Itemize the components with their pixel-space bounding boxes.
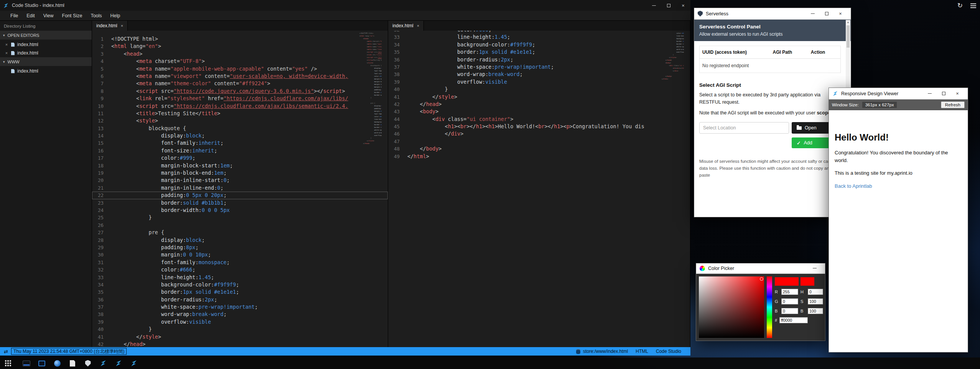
close-button[interactable]: × [950,89,964,98]
table-column-header: AGI Path [770,46,808,59]
terminal-icon[interactable] [21,358,31,368]
sidebar-section-www[interactable]: ▾WWW [0,57,92,66]
tab-index-html[interactable]: index.html × [92,21,128,31]
refresh-icon[interactable]: ↻ [957,2,963,9]
line-number: 30 [92,251,109,258]
line-number: 27 [92,229,109,236]
table-column-header: Action [808,46,841,59]
line-number: 2 [92,43,109,50]
code-line: 45 <h1><br></h1><h1>Hello World!<br></h1… [388,123,690,130]
close-icon[interactable]: × [5,42,8,47]
saturation-value-area[interactable] [699,276,764,338]
code-line: 1<!DOCTYPE html> [92,35,388,43]
line-number: 10 [92,103,109,110]
page-paragraph: This is a testing site for my.aprint.io [835,169,962,177]
browser-icon[interactable] [52,358,62,368]
code-line: 32 color:#666; [388,31,690,33]
window-title: Color Picker [708,266,734,271]
status-bar: ⇄ Thu May 11 2023 21:54:48 GMT+0800 (台北標… [0,347,690,356]
sidebar-file-item[interactable]: ×index.html [0,49,92,57]
minimize-button[interactable] [647,0,661,11]
menu-icon[interactable] [970,3,976,8]
line-number: 9 [92,95,109,102]
viewer-toolbar: Window Size: 361px x 627px Refresh [829,99,968,110]
line-number: 6 [92,73,109,80]
g-value-input[interactable] [781,298,798,304]
sidebar-section-open-editors[interactable]: ▾OPEN EDITORS [0,31,92,40]
warning-text: Misuse of serverless function might affe… [699,158,841,179]
sync-icon[interactable]: ⇄ [4,349,8,354]
tab-index-html[interactable]: index.html × [388,21,424,31]
code-studio-icon[interactable] [98,358,108,368]
code-editor[interactable]: 1<!DOCTYPE html>2<html lang="en">3 <head… [92,31,388,347]
code-line: 5 <meta name="apple-mobile-web-app-capab… [92,65,388,73]
code-line: 10 <script src="https://cdnjs.cloudflare… [92,103,388,110]
code-line: 21 margin-inline-end:0; [92,184,388,192]
code-studio-icon[interactable] [114,358,124,368]
hue-slider[interactable] [767,276,772,338]
security-app-icon[interactable] [83,358,93,368]
scroll-thumb[interactable] [847,25,850,48]
sidebar: Directory Listing ▾OPEN EDITORS×index.ht… [0,21,92,347]
menu-file[interactable]: File [6,13,22,18]
back-link[interactable]: Back to Aprintlab [835,183,872,189]
code-editor[interactable]: 32 color:#666;33 line-height:1.45;34 bac… [388,31,690,347]
close-button[interactable]: × [833,9,847,18]
maximize-button[interactable] [937,89,950,98]
location-input[interactable] [699,122,789,134]
menu-help[interactable]: Help [106,13,125,18]
s-value-input[interactable] [808,298,823,304]
maximize-button[interactable] [661,0,676,11]
menu-font-size[interactable]: Font Size [58,13,87,18]
code-line: 14 display:block; [92,132,388,139]
title-bar: Code Studio - index.html × [0,0,690,11]
hex-input[interactable] [779,317,808,323]
sidebar-file-item[interactable]: index.html [0,67,92,75]
code-line: 2<html lang="en"> [92,43,388,50]
line-number: 21 [92,184,109,192]
code-line: 16 font-size:inherit; [92,147,388,154]
code-studio-logo-icon [3,3,9,8]
scroll-up-icon[interactable]: ▲ [846,21,850,23]
language-mode[interactable]: HTML [636,349,648,354]
maximize-button[interactable] [820,9,833,18]
window-size-value[interactable]: 361px x 627px [862,102,897,108]
document-app-icon[interactable] [68,358,77,368]
minimize-button[interactable] [808,264,822,273]
b-value-input[interactable] [808,308,823,314]
close-icon[interactable]: × [5,51,8,55]
field-label-b: B [775,309,779,313]
line-number: 32 [388,31,405,33]
tab-bar: index.html × [92,21,388,31]
r-value-input[interactable] [781,289,798,295]
menu-view[interactable]: View [39,13,58,18]
menu-tools[interactable]: Tools [86,13,106,18]
code-studio-logo-icon [832,91,838,96]
menu-edit[interactable]: Edit [22,13,39,18]
tab-label: index.html [96,23,117,28]
window-manager-icon[interactable] [37,358,47,368]
page-heading: Hello World! [835,132,962,143]
line-number: 43 [388,108,405,115]
tab-close-icon[interactable]: × [417,23,419,28]
sidebar-file-item[interactable]: ×index.html [0,40,92,49]
editor-pane-right[interactable]: index.html × 32 color:#666;33 line-heigh… [388,21,690,347]
title-bar: Responsive Design Viewer × [829,88,968,99]
minimize-button[interactable] [806,9,820,18]
editor-pane-left[interactable]: index.html × 1<!DOCTYPE html>2<html lang… [92,21,388,347]
h-value-input[interactable] [808,289,823,295]
code-studio-icon[interactable] [129,358,139,368]
line-number: 36 [388,56,405,63]
line-number: 33 [92,274,109,281]
refresh-button[interactable]: Refresh [941,101,965,108]
code-line: 36 border-radius:2px; [388,56,690,63]
tab-close-icon[interactable]: × [121,23,123,28]
app-launcher-icon[interactable] [3,358,13,368]
chevron-down-icon: ▾ [3,60,5,64]
code-line: 22 padding:0 5px 0 20px; [92,192,388,199]
window-title: Code Studio - index.html [12,3,64,8]
add-button[interactable]: ✓Add [792,137,830,148]
b-value-input[interactable] [781,308,798,314]
close-button[interactable]: × [676,0,690,11]
minimize-button[interactable] [923,89,937,98]
